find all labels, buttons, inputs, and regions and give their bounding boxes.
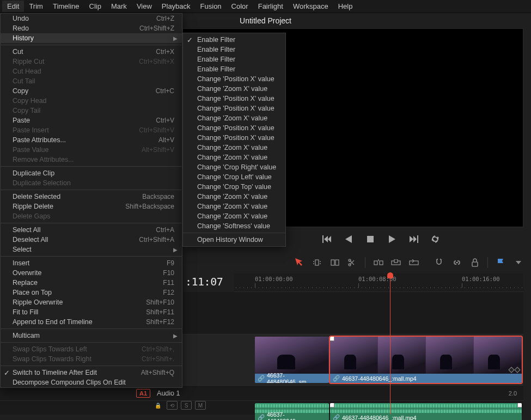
menu-item-decompose-compound-clips-on-edit[interactable]: Decompose Compound Clips On Edit (1, 378, 182, 387)
history-item[interactable]: Change 'Softness' value (183, 221, 285, 231)
keyframe-handles[interactable] (509, 368, 520, 372)
menu-item-append-to-end-of-timeline[interactable]: Append to End of TimelineShift+F12 (1, 317, 182, 327)
menu-item-deselect-all[interactable]: Deselect AllCtrl+Shift+A (1, 235, 182, 245)
first-frame-button[interactable] (322, 234, 332, 244)
menu-item-replace[interactable]: ReplaceF11 (1, 278, 182, 288)
menu-item-duplicate-clip[interactable]: Duplicate Clip (1, 168, 182, 178)
menu-fusion[interactable]: Fusion (196, 1, 227, 12)
insert-tool[interactable] (373, 257, 383, 269)
menu-item-copy[interactable]: CopyCtrl+C (1, 86, 182, 96)
submenu-arrow-icon: ▶ (173, 247, 178, 253)
link-icon: 🔗 (258, 375, 265, 382)
audio-track[interactable]: 🔗46637-448480646_sm… 🔗46637-448480646_:m… (0, 401, 523, 420)
menu-item-multicam[interactable]: Multicam▶ (1, 331, 182, 340)
loop-button[interactable] (431, 234, 441, 244)
menu-item-fit-to-fill[interactable]: Fit to FillShift+F11 (1, 307, 182, 317)
clip-in-marker[interactable] (330, 337, 334, 341)
svg-rect-11 (472, 262, 478, 266)
clip-name: 46637-448480646_:mall.mp4 (342, 375, 417, 382)
menu-edit[interactable]: Edit (2, 1, 24, 12)
menu-item-select[interactable]: Select▶ (1, 245, 182, 254)
last-frame-button[interactable] (409, 234, 419, 244)
play-reverse-button[interactable] (344, 234, 353, 244)
chevron-down-icon[interactable] (513, 257, 523, 269)
menu-timeline[interactable]: Timeline (48, 1, 84, 12)
history-item[interactable]: Change 'Position X' value (183, 74, 285, 84)
flag-tool[interactable] (496, 257, 506, 269)
history-item[interactable]: Change 'Crop Left' value (183, 172, 285, 182)
history-item[interactable]: Change 'Zoom X' value (183, 211, 285, 221)
history-item[interactable]: Change 'Zoom X' value (183, 153, 285, 162)
menu-mark[interactable]: Mark (106, 1, 132, 12)
menu-item-undo[interactable]: UndoCtrl+Z (1, 14, 182, 23)
history-item[interactable]: Change 'Zoom X' value (183, 84, 285, 94)
menu-item-ripple-delete[interactable]: Ripple DeleteShift+Backspace (1, 202, 182, 211)
link-icon: 🔗 (333, 414, 340, 420)
menu-item-insert[interactable]: InsertF9 (1, 258, 182, 268)
menu-color[interactable]: Color (227, 1, 253, 12)
timeline-toolbar (294, 254, 523, 271)
history-item[interactable]: ✓Enable Filter (183, 35, 285, 45)
replace-tool[interactable] (409, 257, 419, 269)
audio-clip[interactable]: 🔗46637-448480646_:mall.mp4 (330, 403, 522, 420)
history-item[interactable]: Change 'Zoom X' value (183, 113, 285, 123)
audio-clip[interactable]: 🔗46637-448480646_sm… (255, 403, 329, 420)
dynamic-trim-tool[interactable] (329, 257, 340, 269)
history-item[interactable]: Change 'Position X' value (183, 104, 285, 113)
history-item[interactable]: Enable Filter (183, 45, 285, 54)
menu-item-overwrite[interactable]: OverwriteF10 (1, 268, 182, 278)
ruler-tick: 01:00:16:00 (462, 276, 500, 282)
history-item[interactable]: Change 'Crop Top' value (183, 182, 285, 192)
history-item[interactable]: Change 'Position X' value (183, 133, 285, 143)
menu-help[interactable]: Help (333, 1, 358, 12)
menu-item-history[interactable]: History▶ (1, 33, 182, 43)
snap-toggle[interactable] (434, 257, 444, 269)
svg-rect-3 (335, 260, 339, 265)
trim-tool[interactable] (312, 257, 322, 269)
menu-item-place-on-top[interactable]: Place on TopF12 (1, 288, 182, 297)
link-toggle[interactable] (452, 257, 462, 269)
menu-item-delete-selected[interactable]: Delete SelectedBackspace (1, 192, 182, 202)
menu-clip[interactable]: Clip (84, 1, 106, 12)
history-item[interactable]: Change 'Crop Right' value (183, 162, 285, 172)
menu-trim[interactable]: Trim (24, 1, 48, 12)
history-item[interactable]: Change 'Zoom X' value (183, 202, 285, 211)
video-clip-selected[interactable]: 🔗46637-448480646_:mall.mp4 (330, 337, 522, 383)
history-item[interactable]: Enable Filter (183, 64, 285, 74)
history-item[interactable]: Change 'Position X' value (183, 123, 285, 133)
history-item[interactable]: Enable Filter (183, 54, 285, 64)
stop-button[interactable] (365, 234, 375, 244)
menu-item-ripple-overwrite[interactable]: Ripple OverwriteShift+F10 (1, 297, 182, 307)
clip-out-marker[interactable] (517, 403, 522, 407)
menu-item-swap-clips-towards-right: Swap Clips Towards RightCtrl+Shift+. (1, 354, 182, 364)
open-history-window[interactable]: Open History Window (183, 235, 285, 245)
audio-track-tag[interactable]: A1 (136, 389, 150, 398)
video-clip[interactable]: 🔗46637-448480646_sm… (255, 337, 329, 383)
menu-item-paste[interactable]: PasteCtrl+V (1, 115, 182, 125)
lock-toggle[interactable] (469, 257, 480, 269)
clip-name: 46637-448480646_sm… (267, 411, 326, 421)
playhead[interactable] (390, 272, 390, 414)
overwrite-tool[interactable] (391, 257, 401, 269)
menu-workspace[interactable]: Workspace (288, 1, 333, 12)
blade-tool[interactable] (347, 257, 358, 269)
play-button[interactable] (387, 234, 397, 244)
menu-item-cut[interactable]: CutCtrl+X (1, 47, 182, 57)
menu-item-redo[interactable]: RedoCtrl+Shift+Z (1, 23, 182, 33)
menu-fairlight[interactable]: Fairlight (253, 1, 288, 12)
timeline-ruler[interactable]: 01:00:00:00 01:00:08:00 01:00:16:00 (234, 273, 523, 292)
clip-in-marker[interactable] (330, 403, 334, 407)
menu-view[interactable]: View (132, 1, 157, 12)
submenu-arrow-icon: ▶ (173, 333, 178, 339)
menu-item-select-all[interactable]: Select AllCtrl+A (1, 225, 182, 235)
menu-item-paste-attributes-[interactable]: Paste Attributes...Alt+V (1, 135, 182, 145)
ruler-tick: 01:00:00:00 (255, 276, 293, 282)
history-item[interactable]: Change 'Position X' value (183, 94, 285, 104)
history-item[interactable]: Change 'Zoom X' value (183, 143, 285, 153)
menu-item-switch-to-timeline-after-edit[interactable]: ✓Switch to Timeline After EditAlt+Shift+… (1, 368, 182, 378)
history-item[interactable]: Change 'Zoom X' value (183, 192, 285, 202)
menu-item-copy-head: Copy Head (1, 96, 182, 106)
menu-playback[interactable]: Playback (157, 1, 196, 12)
arrow-tool[interactable] (294, 257, 304, 269)
menu-item-cut-head: Cut Head (1, 66, 182, 76)
